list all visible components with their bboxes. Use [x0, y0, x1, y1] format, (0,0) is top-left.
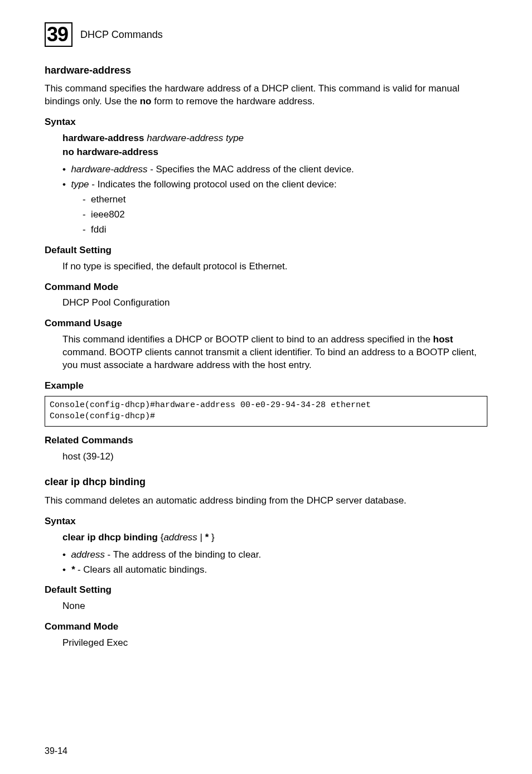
- bullet-term: hardware-address: [71, 164, 147, 175]
- dash-text: ethernet: [91, 194, 125, 205]
- default-setting-text: If no type is specified, the default pro…: [62, 260, 487, 273]
- syntax-brace2: }: [209, 532, 214, 543]
- dash-mark: -: [83, 209, 91, 220]
- example-code-block: Console(config-dhcp)#hardware-address 00…: [45, 396, 487, 427]
- dash-ethernet: - ethernet: [93, 194, 487, 206]
- syntax-heading: Syntax: [45, 116, 487, 129]
- dash-text: ieee802: [91, 209, 125, 220]
- intro-paragraph-2: This command deletes an automatic addres…: [45, 495, 487, 507]
- dash-mark: -: [83, 194, 91, 205]
- intro-text-part2: form to remove the hardware address.: [152, 96, 315, 107]
- chapter-number: 39: [47, 23, 68, 46]
- bullet-desc: - The address of the binding to clear.: [105, 549, 261, 560]
- bullet-term: address: [71, 549, 104, 560]
- bullet-hardware-address: • hardware-address - Specifies the MAC a…: [72, 163, 487, 176]
- bullet-mark: •: [62, 549, 71, 560]
- bullet-desc: - Indicates the following protocol used …: [89, 179, 337, 190]
- example-heading: Example: [45, 380, 487, 393]
- syntax-cmd2: hardware-address: [77, 147, 158, 157]
- bullet-desc: Clears all automatic bindings.: [83, 564, 207, 575]
- command-mode-text-2: Privileged Exec: [62, 637, 487, 650]
- usage-host: host: [433, 334, 453, 345]
- syntax-line-clear: clear ip dhcp binding {address | * }: [62, 531, 487, 544]
- dash-ieee802: - ieee802: [93, 209, 487, 221]
- default-setting-heading-2: Default Setting: [45, 584, 487, 597]
- section-heading-clear-binding: clear ip dhcp binding: [45, 475, 487, 488]
- syntax-no: no: [62, 147, 74, 157]
- syntax-cmd: hardware-address: [62, 133, 144, 143]
- page-number: 39-14: [45, 745, 67, 757]
- syntax-args: hardware-address type: [147, 133, 244, 143]
- page-header: 39 DHCP Commands: [45, 22, 487, 47]
- usage-part2: command. BOOTP clients cannot transmit a…: [62, 347, 477, 370]
- related-commands-heading: Related Commands: [45, 434, 487, 447]
- command-mode-heading-2: Command Mode: [45, 621, 487, 633]
- bullet-mark: •: [62, 179, 71, 190]
- chapter-title: DHCP Commands: [80, 28, 163, 41]
- bullet-star: • * - Clears all automatic bindings.: [72, 564, 487, 577]
- chapter-number-box: 39: [45, 22, 72, 47]
- default-setting-text-2: None: [62, 600, 487, 613]
- bullet-term: type: [71, 179, 89, 190]
- syntax-pipe: |: [197, 532, 205, 543]
- default-setting-heading: Default Setting: [45, 244, 487, 257]
- command-usage-text: This command identifies a DHCP or BOOTP …: [62, 333, 487, 372]
- syntax-block-2: clear ip dhcp binding {address | * }: [62, 531, 487, 544]
- syntax-heading-2: Syntax: [45, 515, 487, 528]
- section-heading-hardware-address: hardware-address: [45, 64, 487, 77]
- intro-paragraph: This command specifies the hardware addr…: [45, 83, 487, 108]
- bullet-type: • type - Indicates the following protoco…: [72, 178, 487, 191]
- syntax-cmd: clear ip dhcp binding: [62, 532, 158, 543]
- bullet-address: • address - The address of the binding t…: [72, 549, 487, 562]
- command-usage-heading: Command Usage: [45, 317, 487, 330]
- command-mode-text: DHCP Pool Configuration: [62, 297, 487, 309]
- bullet-mark: •: [62, 164, 71, 175]
- related-commands-text: host (39-12): [62, 451, 487, 463]
- command-mode-heading: Command Mode: [45, 281, 487, 294]
- bullet-dash: -: [75, 564, 83, 575]
- bullet-desc: - Specifies the MAC address of the clien…: [147, 164, 354, 175]
- bullet-mark: •: [62, 564, 71, 575]
- syntax-block: hardware-address hardware-address type n…: [62, 132, 487, 159]
- dash-fddi: - fddi: [93, 224, 487, 236]
- syntax-line-2: no hardware-address: [62, 146, 487, 159]
- dash-text: fddi: [91, 224, 106, 235]
- syntax-line-1: hardware-address hardware-address type: [62, 132, 487, 145]
- syntax-address: address: [163, 532, 197, 543]
- no-keyword: no: [140, 96, 152, 107]
- usage-part1: This command identifies a DHCP or BOOTP …: [62, 334, 433, 345]
- dash-mark: -: [83, 224, 91, 235]
